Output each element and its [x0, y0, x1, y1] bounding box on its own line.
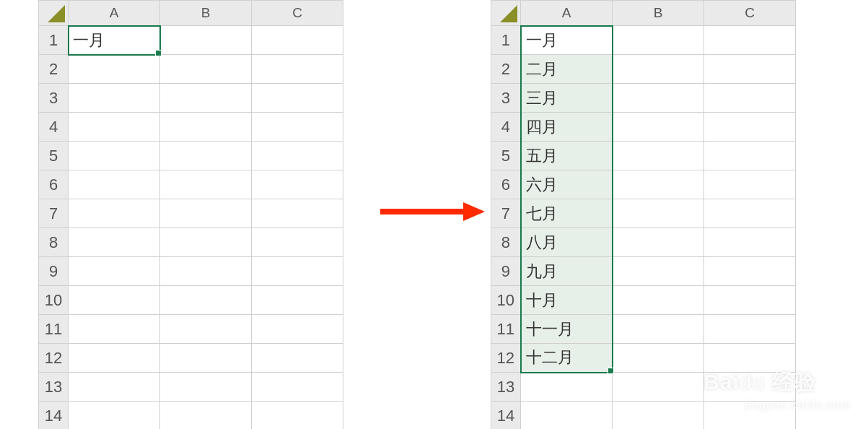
cell-A9[interactable]: 九月 [521, 257, 613, 286]
cell-B9[interactable] [160, 257, 252, 286]
cell-B4[interactable] [613, 113, 704, 142]
cell-C2[interactable] [252, 55, 343, 84]
cell-C2[interactable] [704, 55, 796, 84]
row-header-12[interactable]: 12 [39, 344, 69, 373]
row-header-6[interactable]: 6 [39, 170, 69, 199]
col-header-C[interactable]: C [704, 1, 796, 26]
cell-A2[interactable]: 二月 [521, 55, 613, 84]
cell-C12[interactable] [704, 344, 796, 373]
cell-A4[interactable] [69, 113, 160, 142]
cell-C9[interactable] [252, 257, 343, 286]
cell-C7[interactable] [704, 199, 796, 228]
cell-B3[interactable] [160, 84, 252, 113]
cell-C8[interactable] [252, 228, 343, 257]
row-header-13[interactable]: 13 [39, 373, 69, 402]
cell-C1[interactable] [252, 26, 343, 55]
cell-A11[interactable]: 十一月 [521, 315, 613, 344]
cell-B4[interactable] [160, 113, 252, 142]
cell-A13[interactable] [69, 373, 160, 402]
cell-B1[interactable] [613, 26, 704, 55]
row-header-1[interactable]: 1 [491, 26, 521, 55]
cell-B13[interactable] [613, 373, 704, 402]
cell-B11[interactable] [613, 315, 704, 344]
cell-A13[interactable] [521, 373, 613, 402]
row-header-10[interactable]: 10 [39, 286, 69, 315]
cell-C3[interactable] [252, 84, 343, 113]
cell-B12[interactable] [613, 344, 704, 373]
cell-A10[interactable] [69, 286, 160, 315]
col-header-C[interactable]: C [252, 1, 343, 26]
row-header-5[interactable]: 5 [491, 142, 521, 170]
cell-C4[interactable] [704, 113, 796, 142]
cell-B2[interactable] [613, 55, 704, 84]
col-header-B[interactable]: B [160, 1, 252, 26]
cell-B8[interactable] [613, 228, 704, 257]
cell-A12[interactable] [69, 344, 160, 373]
cell-C6[interactable] [704, 170, 796, 199]
cell-B2[interactable] [160, 55, 252, 84]
row-header-3[interactable]: 3 [39, 84, 69, 113]
row-header-14[interactable]: 14 [39, 402, 69, 430]
cell-A6[interactable]: 六月 [521, 170, 613, 199]
cell-C1[interactable] [704, 26, 796, 55]
cell-B14[interactable] [160, 402, 252, 430]
row-header-13[interactable]: 13 [491, 373, 521, 402]
cell-C10[interactable] [252, 286, 343, 315]
cell-C13[interactable] [704, 373, 796, 402]
cell-A7[interactable] [69, 199, 160, 228]
row-header-8[interactable]: 8 [491, 228, 521, 257]
cell-B12[interactable] [160, 344, 252, 373]
cell-A9[interactable] [69, 257, 160, 286]
row-header-2[interactable]: 2 [491, 55, 521, 84]
cell-B6[interactable] [160, 170, 252, 199]
cell-A8[interactable] [69, 228, 160, 257]
row-header-3[interactable]: 3 [491, 84, 521, 113]
cell-C5[interactable] [704, 142, 796, 170]
row-header-4[interactable]: 4 [491, 113, 521, 142]
select-all-corner[interactable] [39, 1, 69, 26]
grid-left[interactable]: A B C 1 一月 2 3 4 5 6 7 8 9 10 11 12 13 1… [38, 0, 343, 429]
row-header-11[interactable]: 11 [39, 315, 69, 344]
row-header-6[interactable]: 6 [491, 170, 521, 199]
cell-C13[interactable] [252, 373, 343, 402]
col-header-A[interactable]: A [521, 1, 613, 26]
row-header-10[interactable]: 10 [491, 286, 521, 315]
cell-C14[interactable] [252, 402, 343, 430]
cell-B1[interactable] [160, 26, 252, 55]
cell-B13[interactable] [160, 373, 252, 402]
cell-A5[interactable]: 五月 [521, 142, 613, 170]
cell-A3[interactable]: 三月 [521, 84, 613, 113]
row-header-11[interactable]: 11 [491, 315, 521, 344]
cell-A7[interactable]: 七月 [521, 199, 613, 228]
cell-B9[interactable] [613, 257, 704, 286]
cell-C12[interactable] [252, 344, 343, 373]
cell-B5[interactable] [160, 142, 252, 170]
cell-C8[interactable] [704, 228, 796, 257]
cell-A3[interactable] [69, 84, 160, 113]
cell-B7[interactable] [613, 199, 704, 228]
row-header-7[interactable]: 7 [491, 199, 521, 228]
row-header-9[interactable]: 9 [39, 257, 69, 286]
select-all-corner[interactable] [491, 1, 521, 26]
cell-A11[interactable] [69, 315, 160, 344]
cell-B10[interactable] [160, 286, 252, 315]
row-header-2[interactable]: 2 [39, 55, 69, 84]
cell-A14[interactable] [521, 402, 613, 430]
cell-A2[interactable] [69, 55, 160, 84]
row-header-14[interactable]: 14 [491, 402, 521, 430]
cell-C3[interactable] [704, 84, 796, 113]
cell-B10[interactable] [613, 286, 704, 315]
cell-C4[interactable] [252, 113, 343, 142]
row-header-12[interactable]: 12 [491, 344, 521, 373]
cell-A5[interactable] [69, 142, 160, 170]
grid-right[interactable]: A B C 1 一月 2 二月 3 三月 4 四月 5 五月 6 六月 7 七月… [491, 0, 796, 429]
row-header-5[interactable]: 5 [39, 142, 69, 170]
cell-B8[interactable] [160, 228, 252, 257]
cell-C6[interactable] [252, 170, 343, 199]
col-header-B[interactable]: B [613, 1, 704, 26]
cell-B6[interactable] [613, 170, 704, 199]
cell-C5[interactable] [252, 142, 343, 170]
row-header-1[interactable]: 1 [39, 26, 69, 55]
row-header-9[interactable]: 9 [491, 257, 521, 286]
cell-A14[interactable] [69, 402, 160, 430]
